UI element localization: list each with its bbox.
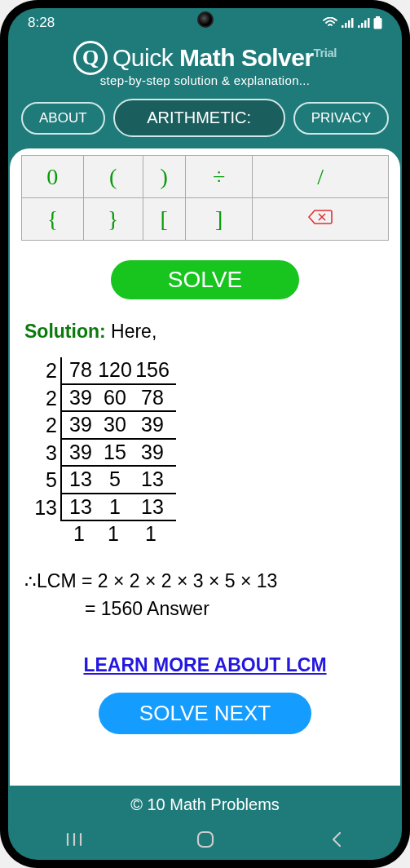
key-slash[interactable]: / (253, 156, 389, 198)
lcm-expression: = 2 × 2 × 2 × 3 × 5 × 13 (82, 570, 277, 591)
solve-button[interactable]: SOLVE (111, 260, 299, 299)
svg-point-0 (334, 19, 336, 20)
top-nav: ABOUT ARITHMETIC: PRIVACY (8, 92, 402, 148)
status-icons (323, 16, 382, 29)
backspace-icon (307, 209, 333, 225)
phone-frame: 8:28 Q Quick Math SolverTrial step-by-st… (0, 0, 410, 868)
app-tagline: step-by-step solution & explanation... (8, 73, 402, 87)
signal-icon-2 (357, 17, 370, 29)
svg-rect-7 (364, 20, 367, 28)
system-nav (8, 819, 402, 860)
lcm-conclusion: ∴LCM = 2 × 2 × 2 × 3 × 5 × 13 = 1560 Ans… (24, 567, 386, 623)
wifi-icon (323, 17, 337, 29)
app-header: Q Quick Math SolverTrial step-by-step so… (8, 38, 402, 92)
status-time: 8:28 (28, 15, 55, 31)
solution-here: Here, (111, 321, 157, 342)
keypad: 0 ( ) ÷ / { } [ ] (21, 155, 389, 241)
key-open-bracket[interactable]: [ (143, 198, 185, 241)
key-close-bracket[interactable]: ] (185, 198, 253, 241)
content-sheet: 0 ( ) ÷ / { } [ ] (10, 148, 400, 786)
screen: 8:28 Q Quick Math SolverTrial step-by-st… (8, 8, 402, 860)
app-title: Quick Math SolverTrial (112, 44, 337, 72)
svg-rect-1 (342, 25, 344, 28)
about-button[interactable]: ABOUT (21, 102, 105, 135)
solve-next-button[interactable]: SOLVE NEXT (99, 693, 311, 734)
signal-icon (341, 17, 354, 29)
svg-rect-10 (374, 18, 382, 29)
svg-rect-8 (368, 18, 370, 28)
lcm-ladder: 278120156 2396078 2393039 3391539 513513… (33, 357, 389, 547)
svg-rect-2 (345, 23, 347, 28)
solution-heading: Solution: Here, (24, 321, 386, 343)
key-divide[interactable]: ÷ (185, 156, 253, 198)
svg-rect-3 (348, 20, 350, 28)
battery-icon (373, 16, 382, 29)
recents-button[interactable] (63, 828, 86, 851)
svg-rect-9 (376, 16, 380, 18)
key-backspace[interactable] (253, 198, 389, 241)
home-button[interactable] (194, 828, 217, 851)
svg-rect-5 (358, 25, 360, 28)
app-logo-icon: Q (73, 41, 108, 75)
key-close-brace[interactable]: } (83, 198, 143, 241)
back-button[interactable] (325, 828, 348, 851)
front-camera (197, 11, 214, 28)
learn-more-link[interactable]: LEARN MORE ABOUT LCM (21, 654, 389, 676)
key-open-brace[interactable]: { (22, 198, 84, 241)
lcm-result: = 1560 Answer (85, 595, 386, 623)
footer: © 10 Math Problems (8, 786, 402, 819)
key-open-paren[interactable]: ( (83, 156, 143, 198)
therefore-symbol: ∴LCM (24, 570, 77, 591)
privacy-button[interactable]: PRIVACY (293, 102, 389, 135)
key-0[interactable]: 0 (22, 156, 84, 198)
solution-label: Solution: (24, 321, 106, 342)
svg-rect-4 (351, 18, 354, 28)
key-close-paren[interactable]: ) (143, 156, 185, 198)
arithmetic-button[interactable]: ARITHMETIC: (113, 99, 285, 137)
svg-rect-6 (361, 23, 364, 28)
svg-rect-14 (198, 832, 213, 847)
